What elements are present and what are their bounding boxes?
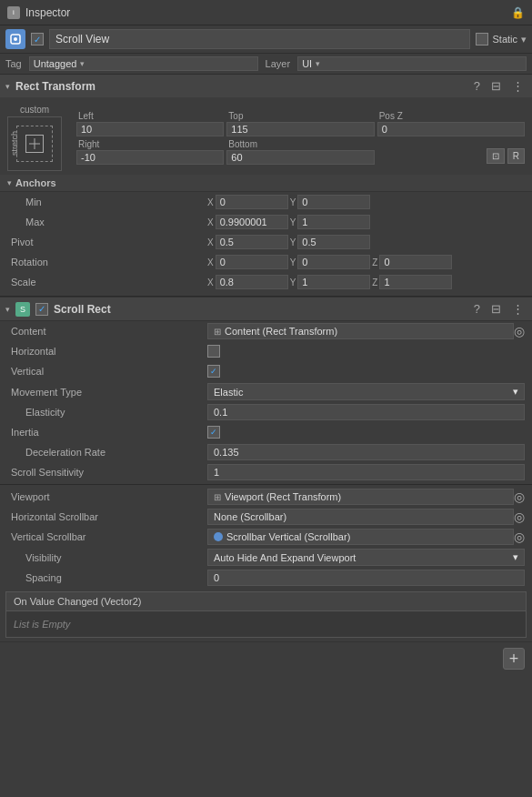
horizontal-label: Horizontal	[7, 346, 207, 357]
scroll-sensitivity-input[interactable]	[207, 464, 525, 480]
content-label: Content	[7, 326, 207, 337]
anchors-max-y-input[interactable]	[297, 215, 370, 229]
layer-label: Layer	[266, 58, 291, 69]
scale-label: Scale	[7, 277, 207, 288]
horizontal-checkbox[interactable]	[207, 345, 220, 358]
tag-layer-row: Tag Untagged ▾ Layer UI ▾	[0, 54, 532, 75]
pivot-x-label: X	[207, 237, 214, 247]
sr-help-icon[interactable]: ?	[471, 301, 483, 317]
anchors-max-row: Max X Y	[0, 212, 532, 232]
movement-type-dropdown[interactable]: Elastic ▾	[207, 383, 525, 400]
scale-x-input[interactable]	[216, 275, 288, 289]
anchors-min-x-label: X	[207, 197, 214, 207]
scale-y-item: Y	[290, 275, 371, 289]
sr-settings-icon[interactable]: ⊟	[488, 301, 504, 317]
scale-z-input[interactable]	[379, 275, 452, 289]
bottom-coord: Bottom	[226, 139, 374, 165]
lock-icon[interactable]: 🔒	[511, 6, 525, 19]
anchors-min-y-input[interactable]	[297, 195, 370, 209]
posz-coord: Pos Z	[377, 111, 525, 136]
elasticity-input[interactable]	[207, 404, 525, 420]
left-input[interactable]	[76, 122, 224, 136]
left-coord: Left	[76, 111, 224, 136]
right-input[interactable]	[76, 150, 224, 165]
static-label: Static	[492, 34, 517, 45]
deceleration-rate-row: Deceleration Rate	[0, 442, 532, 462]
vertical-scrollbar-target-btn[interactable]: ◎	[514, 530, 525, 544]
static-checkbox[interactable]	[476, 33, 488, 45]
top-input[interactable]	[226, 122, 374, 136]
pivot-y-item: Y	[290, 235, 371, 249]
content-field: ⊞ Content (Rect Transform)	[207, 323, 514, 339]
vertical-checkbox[interactable]	[207, 365, 220, 378]
rotation-y-input[interactable]	[297, 255, 370, 269]
horizontal-scrollbar-label: Horizontal Scrollbar	[7, 511, 207, 522]
anchors-max-x-label: X	[207, 217, 214, 227]
rt-more-icon[interactable]: ⋮	[509, 78, 527, 94]
visibility-dropdown[interactable]: Auto Hide And Expand Viewport ▾	[207, 549, 525, 566]
scroll-rect-enabled-checkbox[interactable]	[35, 303, 48, 316]
gameobject-enabled-checkbox[interactable]	[31, 33, 44, 45]
deceleration-rate-input[interactable]	[207, 444, 525, 460]
blueprint-button[interactable]: ⊡	[487, 148, 505, 164]
sr-collapse-arrow[interactable]: ▾	[5, 305, 10, 314]
scale-x-label: X	[207, 277, 214, 288]
horizontal-scrollbar-target-btn[interactable]: ◎	[514, 509, 525, 524]
viewport-target-btn[interactable]: ◎	[514, 489, 525, 504]
horizontal-scrollbar-value: None (Scrollbar)	[214, 511, 286, 522]
anchors-toggle[interactable]: ▾ Anchors	[0, 175, 532, 192]
left-label: Left	[76, 111, 224, 121]
anchors-max-x-input[interactable]	[216, 215, 288, 229]
inertia-row: Inertia	[0, 422, 532, 442]
anchors-min-label: Min	[7, 197, 207, 207]
vertical-scrollbar-field: Scrollbar Vertical (Scrollbar)	[207, 529, 514, 545]
viewport-row: Viewport ⊞ Viewport (Rect Transform) ◎	[0, 487, 532, 507]
spacing-label: Spacing	[7, 572, 207, 583]
content-ref-icon: ⊞	[214, 327, 221, 337]
anchors-arrow: ▾	[7, 178, 12, 187]
tag-dropdown[interactable]: Untagged ▾	[29, 56, 258, 71]
bottom-input[interactable]	[226, 150, 374, 165]
pivot-y-input[interactable]	[297, 235, 370, 249]
sr-more-icon[interactable]: ⋮	[509, 301, 527, 317]
gameobject-icon	[5, 29, 25, 49]
r-button[interactable]: R	[507, 148, 525, 164]
content-value: Content (Rect Transform)	[225, 326, 337, 337]
content-row: Content ⊞ Content (Rect Transform) ◎	[0, 321, 532, 341]
content-target-btn[interactable]: ◎	[514, 324, 525, 338]
elasticity-label: Elasticity	[7, 407, 207, 418]
rt-collapse-arrow[interactable]: ▾	[5, 82, 10, 91]
rotation-x-input[interactable]	[216, 255, 288, 269]
spacing-input[interactable]	[207, 570, 525, 586]
inspector-title: Inspector	[25, 6, 70, 19]
anchors-min-group: X Y	[207, 195, 525, 209]
gameobject-name-input[interactable]	[49, 29, 470, 49]
static-dropdown-arrow[interactable]: ▾	[521, 34, 527, 45]
ovc-body: List is Empty	[6, 611, 526, 637]
rt-help-icon[interactable]: ?	[471, 78, 483, 94]
inertia-checkbox[interactable]	[207, 426, 220, 439]
rt-settings-icon[interactable]: ⊟	[488, 78, 504, 94]
scale-y-input[interactable]	[297, 275, 370, 289]
layer-dropdown[interactable]: UI ▾	[297, 56, 527, 71]
pivot-x-input[interactable]	[216, 235, 288, 249]
deceleration-rate-label: Deceleration Rate	[7, 447, 207, 458]
rotation-z-input[interactable]	[379, 255, 452, 269]
anchors-label: Anchors	[15, 177, 56, 188]
anchors-max-x-item: X	[207, 215, 288, 229]
preset-label: custom	[20, 105, 49, 115]
rotation-z-item: Z	[372, 255, 452, 269]
add-component-button[interactable]: +	[503, 648, 525, 670]
posz-input[interactable]	[377, 122, 525, 136]
scale-group: X Y Z	[207, 275, 525, 289]
preset-box[interactable]: stretch	[7, 116, 62, 171]
viewport-ref-icon: ⊞	[214, 492, 221, 502]
viewport-field: ⊞ Viewport (Rect Transform)	[207, 489, 514, 505]
rect-transform-section: ▾ Rect Transform ? ⊟ ⋮ custom stretch	[0, 75, 532, 297]
viewport-value: Viewport (Rect Transform)	[225, 491, 341, 502]
anchors-min-x-input[interactable]	[216, 195, 288, 209]
vertical-scrollbar-value: Scrollbar Vertical (Scrollbar)	[226, 531, 350, 542]
on-value-changed-section: On Value Changed (Vector2) List is Empty	[5, 591, 527, 638]
rotation-label: Rotation	[7, 257, 207, 267]
game-object-bar: Static ▾	[0, 25, 532, 54]
